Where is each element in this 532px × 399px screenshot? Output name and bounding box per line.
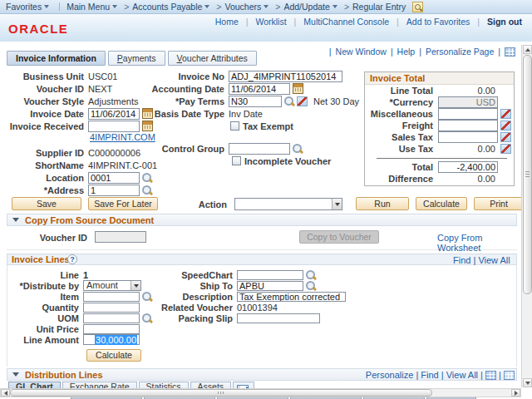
tab-label: ayments	[123, 53, 156, 63]
personalize-page-link[interactable]: Personalize Page	[426, 47, 494, 57]
sales-tax-detail-icon[interactable]	[500, 132, 511, 142]
calculate-button[interactable]: Calculate	[416, 197, 467, 210]
copy-from-worksheet-link[interactable]: Copy From Worksheet	[437, 233, 517, 253]
favorites-menu[interactable]: Favorites	[6, 2, 49, 12]
lookup-icon[interactable]	[306, 281, 316, 291]
incomplete-voucher-label: Incomplete Voucher	[244, 156, 331, 166]
search-icon[interactable]	[412, 2, 423, 12]
scroll-left-button[interactable]	[1, 389, 10, 397]
view-all-link[interactable]: View All	[446, 370, 478, 380]
vertical-scrollbar[interactable]	[521, 45, 532, 387]
personalize-link[interactable]: Personalize	[366, 370, 413, 380]
breadcrumb-separator: >	[275, 2, 280, 12]
breadcrumb-add-update[interactable]: Add/Update	[283, 2, 337, 12]
use-tax-detail-icon[interactable]	[500, 144, 511, 154]
lookup-icon[interactable]	[284, 96, 294, 106]
unit-price-input[interactable]	[83, 324, 140, 334]
main-menu[interactable]: Main Menu	[66, 2, 117, 12]
save-button[interactable]: Save	[12, 197, 81, 210]
voucher-header-middle: Invoice No Accounting Date *Pay TermsNet…	[147, 70, 362, 167]
currency-input	[438, 96, 498, 108]
pay-terms-detail-icon[interactable]	[297, 96, 308, 106]
new-window-link[interactable]: New Window	[336, 47, 387, 57]
line-calculate-button[interactable]: Calculate	[86, 349, 141, 362]
help-link[interactable]: Help	[397, 47, 416, 57]
find-link[interactable]: Find	[453, 255, 470, 265]
save-for-later-button[interactable]: Save For Later	[88, 197, 158, 210]
action-select-value	[235, 199, 332, 209]
print-button[interactable]: Print	[474, 197, 524, 210]
breadcrumb-regular-entry[interactable]: Regular Entry	[352, 2, 406, 12]
control-group-input[interactable]	[229, 143, 290, 155]
separator: |	[416, 370, 418, 380]
distribute-by-select[interactable]: Amount	[83, 280, 141, 291]
lookup-icon[interactable]	[293, 144, 303, 154]
copy-voucher-id-input[interactable]	[95, 231, 146, 243]
miscellaneous-detail-icon[interactable]	[500, 109, 511, 119]
pay-terms-input[interactable]	[229, 96, 282, 107]
zoom-grid-icon[interactable]	[504, 371, 515, 380]
description-input[interactable]	[237, 292, 346, 302]
invoice-line-right-fields: SpeedChart Ship To Description Related V…	[158, 269, 391, 323]
freight-detail-icon[interactable]	[500, 121, 511, 131]
download-grid-icon[interactable]	[485, 371, 496, 380]
freight-input[interactable]	[438, 120, 498, 131]
collapse-triangle-icon[interactable]	[12, 372, 19, 377]
arrow-up-icon	[525, 46, 530, 52]
item-input[interactable]	[83, 292, 140, 302]
lookup-icon[interactable]	[306, 270, 316, 280]
supplier-name-link[interactable]: 4IMPRINT.COM	[90, 132, 155, 142]
scroll-right-button[interactable]	[511, 389, 520, 397]
sales-tax-input[interactable]	[438, 131, 498, 143]
invoice-date-input[interactable]	[88, 108, 140, 120]
distribute-by-value: Amount	[84, 281, 131, 290]
collapse-triangle-icon[interactable]	[12, 218, 19, 222]
location-input[interactable]	[88, 172, 140, 184]
miscellaneous-input[interactable]	[438, 108, 498, 120]
vertical-scroll-thumb[interactable]	[523, 55, 532, 294]
breadcrumb-vouchers[interactable]: Vouchers	[224, 2, 268, 12]
tab-payments[interactable]: Payments	[108, 51, 165, 66]
breadcrumb-separator: >	[124, 2, 129, 12]
address-input[interactable]	[88, 185, 140, 196]
tab-invoice-information[interactable]: Invoice Information	[7, 51, 106, 66]
multichannel-console-link[interactable]: MultiChannel Console	[303, 17, 389, 27]
quantity-input[interactable]	[83, 303, 140, 313]
help-icon[interactable]: ?	[67, 254, 77, 264]
invoice-no-label: Invoice No	[147, 71, 229, 81]
line-amount-input[interactable]: 30,000.00	[83, 334, 140, 345]
lookup-icon[interactable]	[142, 185, 152, 195]
incomplete-voucher-checkbox[interactable]	[232, 156, 241, 165]
horizontal-scrollbar[interactable]	[0, 388, 521, 397]
speedchart-input[interactable]	[237, 270, 303, 280]
worklist-link[interactable]: Worklist	[255, 17, 286, 27]
find-link[interactable]: Find	[421, 370, 438, 380]
uom-input[interactable]	[83, 313, 140, 323]
voucher-style-label: Voucher Style	[7, 96, 88, 106]
http-icon[interactable]	[505, 47, 515, 57]
run-button[interactable]: Run	[356, 197, 409, 210]
lookup-icon[interactable]	[142, 292, 152, 302]
tab-voucher-attributes[interactable]: Voucher Attributes	[168, 51, 257, 66]
invoice-no-input[interactable]	[229, 71, 342, 82]
total-input[interactable]	[438, 161, 498, 173]
ship-to-input[interactable]	[237, 281, 303, 291]
calendar-icon[interactable]	[293, 83, 303, 94]
view-all-link[interactable]: View All	[478, 255, 510, 265]
scroll-up-button[interactable]	[523, 45, 532, 54]
control-group-label: Control Group	[147, 144, 229, 154]
lookup-icon[interactable]	[142, 313, 152, 323]
sign-out-link[interactable]: Sign out	[487, 17, 522, 27]
accounting-date-input[interactable]	[229, 83, 290, 95]
lookup-icon[interactable]	[142, 173, 152, 183]
horizontal-scroll-thumb[interactable]	[10, 389, 432, 397]
sales-tax-label: Sales Tax	[365, 132, 438, 142]
invoice-received-input[interactable]	[88, 121, 140, 132]
breadcrumb-accounts-payable[interactable]: Accounts Payable	[132, 2, 209, 12]
home-link[interactable]: Home	[215, 17, 239, 27]
tax-exempt-checkbox[interactable]	[230, 121, 239, 131]
packing-slip-input[interactable]	[237, 313, 320, 323]
add-to-favorites-link[interactable]: Add to Favorites	[406, 17, 470, 27]
scroll-down-button[interactable]	[523, 378, 532, 387]
action-select[interactable]	[234, 198, 342, 210]
